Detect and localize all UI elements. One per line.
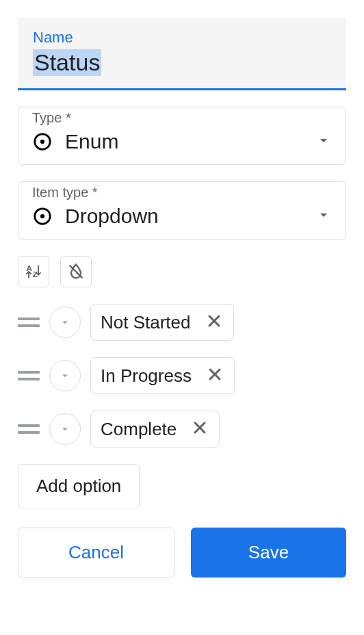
- item-type-value: Dropdown: [65, 205, 315, 228]
- option-pill[interactable]: Not Started: [90, 304, 234, 341]
- name-field[interactable]: Name Status: [18, 18, 346, 90]
- drag-handle-icon[interactable]: [18, 318, 40, 327]
- add-option-button[interactable]: Add option: [18, 464, 140, 508]
- close-icon[interactable]: [205, 365, 224, 387]
- option-row: Not Started: [18, 304, 346, 341]
- option-label: Not Started: [101, 312, 191, 333]
- close-icon[interactable]: [190, 418, 209, 440]
- dialog-actions: Cancel Save: [18, 528, 346, 578]
- option-row: In Progress: [18, 357, 346, 394]
- option-label: Complete: [101, 419, 177, 440]
- type-select[interactable]: Type * Enum: [18, 107, 346, 165]
- type-value: Enum: [65, 130, 315, 153]
- save-button[interactable]: Save: [191, 528, 346, 578]
- options-toolbar: A Z: [18, 256, 346, 287]
- close-icon[interactable]: [205, 311, 224, 333]
- item-type-select[interactable]: Item type * Dropdown: [18, 181, 346, 239]
- option-pill[interactable]: In Progress: [90, 357, 235, 394]
- option-pill[interactable]: Complete: [90, 411, 220, 448]
- dropdown-icon: [32, 206, 53, 226]
- svg-text:A: A: [27, 263, 33, 272]
- chevron-down-icon: [315, 132, 332, 151]
- enum-icon: [32, 131, 53, 152]
- color-off-button[interactable]: [60, 256, 92, 287]
- sort-az-button[interactable]: A Z: [18, 256, 49, 287]
- drag-handle-icon[interactable]: [18, 371, 40, 380]
- chevron-down-icon: [315, 207, 332, 226]
- name-label: Name: [33, 29, 331, 47]
- svg-point-3: [40, 214, 44, 218]
- option-label: In Progress: [101, 365, 192, 387]
- color-picker-button[interactable]: [49, 360, 81, 391]
- color-picker-button[interactable]: [49, 307, 81, 338]
- drag-handle-icon[interactable]: [18, 424, 40, 434]
- name-value[interactable]: Status: [33, 49, 101, 76]
- type-label: Type *: [32, 110, 332, 126]
- option-row: Complete: [18, 411, 346, 448]
- item-type-label: Item type *: [32, 185, 332, 200]
- cancel-button[interactable]: Cancel: [18, 528, 174, 578]
- color-picker-button[interactable]: [49, 413, 81, 445]
- svg-point-1: [40, 140, 44, 144]
